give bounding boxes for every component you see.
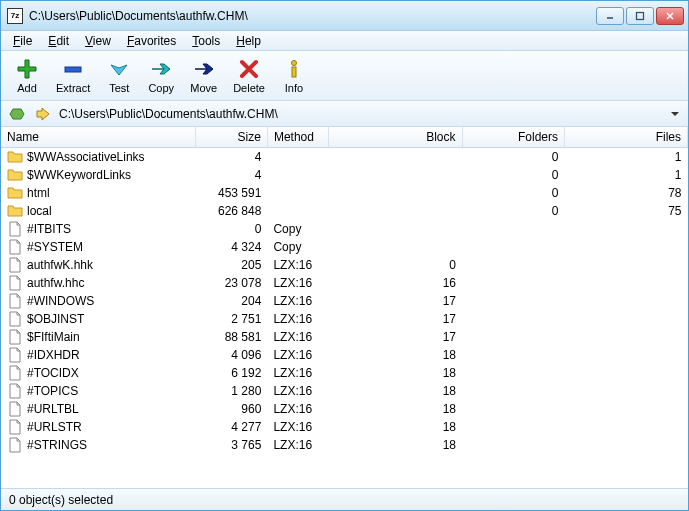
file-folders [462, 346, 564, 364]
column-header-method[interactable]: Method [267, 127, 328, 148]
file-files [565, 256, 688, 274]
table-row[interactable]: #ITBITS0Copy [1, 220, 688, 238]
delete-label: Delete [233, 82, 265, 94]
file-block: 17 [329, 310, 462, 328]
table-row[interactable]: authfwK.hhk205LZX:160 [1, 256, 688, 274]
file-files [565, 310, 688, 328]
file-block: 0 [329, 256, 462, 274]
info-button[interactable]: Info [274, 53, 314, 99]
file-method: LZX:16 [267, 310, 328, 328]
file-method: LZX:16 [267, 418, 328, 436]
extract-button[interactable]: Extract [49, 53, 97, 99]
file-name: #ITBITS [27, 222, 71, 236]
table-row[interactable]: #TOCIDX6 192LZX:1618 [1, 364, 688, 382]
file-size: 6 192 [196, 364, 268, 382]
table-row[interactable]: #TOPICS1 280LZX:1618 [1, 382, 688, 400]
menu-tools[interactable]: Tools [184, 32, 228, 50]
close-button[interactable] [656, 7, 684, 25]
table-row[interactable]: #STRINGS3 765LZX:1618 [1, 436, 688, 454]
file-block: 18 [329, 418, 462, 436]
table-row[interactable]: local626 848075 [1, 202, 688, 220]
file-name: #IDXHDR [27, 348, 80, 362]
app-icon: 7z [7, 8, 23, 24]
file-folders [462, 238, 564, 256]
table-row[interactable]: $FIftiMain88 581LZX:1617 [1, 328, 688, 346]
column-header-block[interactable]: Block [329, 127, 462, 148]
file-method: LZX:16 [267, 400, 328, 418]
menu-help[interactable]: Help [228, 32, 269, 50]
copy-button[interactable]: Copy [141, 53, 181, 99]
svg-point-5 [291, 61, 296, 66]
file-block [329, 202, 462, 220]
file-size: 4 096 [196, 346, 268, 364]
file-size: 2 751 [196, 310, 268, 328]
table-row[interactable]: html453 591078 [1, 184, 688, 202]
file-method [267, 148, 328, 167]
menu-edit[interactable]: Edit [40, 32, 77, 50]
file-name: authfw.hhc [27, 276, 84, 290]
table-row[interactable]: $WWAssociativeLinks401 [1, 148, 688, 167]
up-icon[interactable] [33, 104, 53, 124]
table-row[interactable]: #URLTBL960LZX:1618 [1, 400, 688, 418]
file-icon [7, 329, 23, 345]
file-list-container[interactable]: NameSizeMethodBlockFoldersFiles $WWAssoc… [1, 127, 688, 488]
file-folders [462, 364, 564, 382]
table-row[interactable]: #IDXHDR4 096LZX:1618 [1, 346, 688, 364]
table-row[interactable]: #SYSTEM4 324Copy [1, 238, 688, 256]
column-header-files[interactable]: Files [565, 127, 688, 148]
file-files: 75 [565, 202, 688, 220]
file-icon [7, 347, 23, 363]
address-path[interactable]: C:\Users\Public\Documents\authfw.CHM\ [59, 107, 662, 121]
file-files [565, 292, 688, 310]
column-header-name[interactable]: Name [1, 127, 196, 148]
history-icon[interactable] [7, 104, 27, 124]
table-row[interactable]: $WWKeywordLinks401 [1, 166, 688, 184]
menu-file[interactable]: File [5, 32, 40, 50]
minimize-button[interactable] [596, 7, 624, 25]
delete-button[interactable]: Delete [226, 53, 272, 99]
file-folders [462, 436, 564, 454]
file-files: 1 [565, 148, 688, 167]
file-method: LZX:16 [267, 292, 328, 310]
test-button[interactable]: Test [99, 53, 139, 99]
file-folders: 0 [462, 148, 564, 167]
titlebar[interactable]: 7z C:\Users\Public\Documents\authfw.CHM\ [1, 1, 688, 31]
file-files [565, 346, 688, 364]
menu-view[interactable]: View [77, 32, 119, 50]
file-name: #SYSTEM [27, 240, 83, 254]
file-name: $WWAssociativeLinks [27, 150, 145, 164]
file-method: LZX:16 [267, 328, 328, 346]
file-name: $OBJINST [27, 312, 84, 326]
file-files [565, 400, 688, 418]
file-folders [462, 256, 564, 274]
file-folders: 0 [462, 202, 564, 220]
delete-icon [237, 57, 261, 81]
add-button[interactable]: Add [7, 53, 47, 99]
move-icon [192, 57, 216, 81]
file-method [267, 166, 328, 184]
menubar: FileEditViewFavoritesToolsHelp [1, 31, 688, 51]
column-header-size[interactable]: Size [196, 127, 268, 148]
address-dropdown[interactable] [668, 109, 682, 119]
file-size: 453 591 [196, 184, 268, 202]
maximize-button[interactable] [626, 7, 654, 25]
window-title: C:\Users\Public\Documents\authfw.CHM\ [29, 9, 596, 23]
extract-label: Extract [56, 82, 90, 94]
file-icon [7, 437, 23, 453]
menu-favorites[interactable]: Favorites [119, 32, 184, 50]
file-icon [7, 365, 23, 381]
test-label: Test [109, 82, 129, 94]
add-label: Add [17, 82, 37, 94]
table-row[interactable]: $OBJINST2 751LZX:1617 [1, 310, 688, 328]
test-icon [107, 57, 131, 81]
table-row[interactable]: #URLSTR4 277LZX:1618 [1, 418, 688, 436]
move-button[interactable]: Move [183, 53, 224, 99]
table-row[interactable]: #WINDOWS204LZX:1617 [1, 292, 688, 310]
file-icon [7, 221, 23, 237]
file-icon [7, 293, 23, 309]
svg-rect-6 [292, 67, 296, 77]
file-method: LZX:16 [267, 436, 328, 454]
table-row[interactable]: authfw.hhc23 078LZX:1616 [1, 274, 688, 292]
column-header-folders[interactable]: Folders [462, 127, 564, 148]
file-name: #WINDOWS [27, 294, 94, 308]
